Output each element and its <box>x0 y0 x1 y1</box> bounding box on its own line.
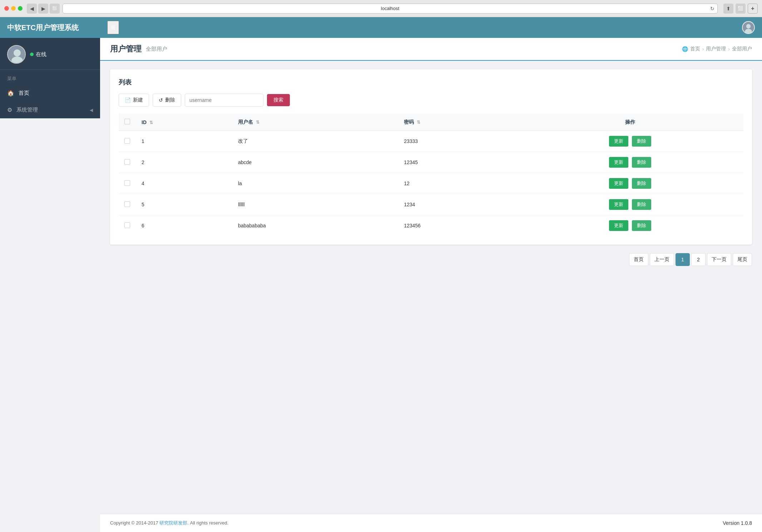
copyright-text: Copyright © 2014-2017 <box>110 520 159 526</box>
delete-button-label: 删除 <box>165 97 175 103</box>
delete-all-button[interactable]: ↺ 删除 <box>153 94 181 107</box>
main-content: 列表 📄 新建 ↺ 删除 搜索 <box>100 61 762 532</box>
sort-username-icon[interactable]: ⇅ <box>256 120 259 125</box>
version-value: 1.0.8 <box>741 520 752 526</box>
page-title: 用户管理 <box>110 44 142 54</box>
update-button-5[interactable]: 更新 <box>609 199 628 210</box>
gear-icon: ⚙ <box>7 107 12 113</box>
sort-password-icon[interactable]: ⇅ <box>417 120 420 125</box>
user-info: 在线 <box>0 38 100 70</box>
update-button-1[interactable]: 更新 <box>609 136 628 147</box>
row-checkbox-5[interactable] <box>124 201 130 207</box>
table-header-row: ID ⇅ 用户名 ⇅ 密码 ⇅ 操作 <box>119 114 743 131</box>
breadcrumb-usermgmt: 用户管理 <box>706 46 726 52</box>
user-status: 在线 <box>30 51 46 58</box>
url-text: localhost <box>381 6 399 11</box>
refresh-button[interactable]: ↻ <box>710 6 714 11</box>
sidebar-item-system[interactable]: ⚙ 系统管理 ◀ <box>0 102 100 118</box>
row-checkbox-4[interactable] <box>124 180 130 186</box>
row-id: 4 <box>136 173 232 194</box>
header-right <box>742 21 755 34</box>
row-id: 2 <box>136 152 232 173</box>
address-bar: localhost ↻ <box>63 4 718 14</box>
delete-button-4[interactable]: 删除 <box>632 178 651 189</box>
copyright-end: . All rights reserved. <box>187 520 228 526</box>
user-table: ID ⇅ 用户名 ⇅ 密码 ⇅ 操作 <box>119 114 743 236</box>
table-row: 5 llllll 1234 更新 删除 <box>119 194 743 215</box>
header-username: 用户名 ⇅ <box>232 114 398 131</box>
sidebar-item-system-label: 系统管理 <box>16 107 38 113</box>
row-actions: 更新 删除 <box>517 173 743 194</box>
row-password: 12 <box>398 173 517 194</box>
page-title-area: 用户管理 全部用户 <box>110 44 167 54</box>
window-button[interactable]: ⬜ <box>736 4 746 14</box>
next-page-button[interactable]: 下一页 <box>707 253 731 266</box>
delete-button-2[interactable]: 删除 <box>632 157 651 168</box>
share-button[interactable]: ⬆ <box>723 4 733 14</box>
app-container: 中软ETC用户管理系统 在线 菜单 🏠 <box>0 17 762 532</box>
header-action: 操作 <box>517 114 743 131</box>
footer: Copyright © 2014-2017 研究院研发部. All rights… <box>100 514 762 532</box>
list-card: 列表 📄 新建 ↺ 删除 搜索 <box>110 69 752 245</box>
update-button-4[interactable]: 更新 <box>609 178 628 189</box>
row-password: 1234 <box>398 194 517 215</box>
sidebar-item-home[interactable]: 🏠 首页 <box>0 85 100 102</box>
row-checkbox-cell <box>119 131 136 152</box>
footer-copyright: Copyright © 2014-2017 研究院研发部. All rights… <box>110 520 228 526</box>
sort-id-icon[interactable]: ⇅ <box>149 120 153 125</box>
sidebar-item-home-label: 首页 <box>19 90 29 97</box>
table-row: 6 bababababa 123456 更新 删除 <box>119 215 743 236</box>
delete-button-5[interactable]: 删除 <box>632 199 651 210</box>
new-button-label: 新建 <box>133 97 143 103</box>
app-title: 中软ETC用户管理系统 <box>7 23 93 33</box>
hamburger-button[interactable]: ≡ <box>107 21 119 34</box>
menu-label: 菜单 <box>0 70 100 85</box>
pagination-area: 首页 上一页 1 2 下一页 尾页 <box>110 253 752 266</box>
update-button-6[interactable]: 更新 <box>609 220 628 231</box>
add-tab-button[interactable]: + <box>748 4 758 14</box>
new-button[interactable]: 📄 新建 <box>119 94 149 107</box>
delete-button-6[interactable]: 删除 <box>632 220 651 231</box>
row-id: 6 <box>136 215 232 236</box>
svg-point-1 <box>14 49 21 56</box>
search-button[interactable]: 搜索 <box>267 94 290 106</box>
forward-button[interactable]: ▶ <box>38 4 48 14</box>
page-1-button[interactable]: 1 <box>676 253 690 266</box>
table-row: 4 la 12 更新 删除 <box>119 173 743 194</box>
page-2-button[interactable]: 2 <box>691 253 706 266</box>
back-button[interactable]: ◀ <box>27 4 37 14</box>
row-checkbox-6[interactable] <box>124 222 130 228</box>
header-password: 密码 ⇅ <box>398 114 517 131</box>
footer-link[interactable]: 研究院研发部 <box>159 520 187 526</box>
last-page-button[interactable]: 尾页 <box>733 253 752 266</box>
header-checkbox-cell <box>119 114 136 131</box>
prev-page-button[interactable]: 上一页 <box>650 253 674 266</box>
chevron-left-icon: ◀ <box>90 108 93 113</box>
row-actions: 更新 删除 <box>517 152 743 173</box>
row-checkbox-2[interactable] <box>124 159 130 165</box>
breadcrumb-sep-1: › <box>702 46 704 52</box>
row-actions: 更新 删除 <box>517 131 743 152</box>
breadcrumb-current: 全部用户 <box>732 46 752 52</box>
top-header: ≡ <box>100 17 762 38</box>
row-checkbox-1[interactable] <box>124 138 130 144</box>
pagination: 首页 上一页 1 2 下一页 尾页 <box>629 253 752 266</box>
sidebar-header: 中软ETC用户管理系统 <box>0 17 100 38</box>
row-checkbox-cell <box>119 152 136 173</box>
svg-point-5 <box>745 29 752 34</box>
first-page-button[interactable]: 首页 <box>629 253 648 266</box>
search-input[interactable] <box>185 94 263 107</box>
header-id: ID ⇅ <box>136 114 232 131</box>
row-checkbox-cell <box>119 215 136 236</box>
update-button-2[interactable]: 更新 <box>609 157 628 168</box>
page-header: 用户管理 全部用户 🌐 首页 › 用户管理 › 全部用户 <box>100 38 762 61</box>
row-actions: 更新 删除 <box>517 215 743 236</box>
select-all-checkbox[interactable] <box>124 119 130 124</box>
browser-actions: ⬆ ⬜ + <box>723 4 758 14</box>
sidebar-toggle-button[interactable]: ⬜ <box>50 4 60 14</box>
row-password: 23333 <box>398 131 517 152</box>
svg-point-4 <box>746 24 751 28</box>
row-checkbox-cell <box>119 173 136 194</box>
footer-version: Version 1.0.8 <box>723 520 752 526</box>
delete-button-1[interactable]: 删除 <box>632 136 651 147</box>
